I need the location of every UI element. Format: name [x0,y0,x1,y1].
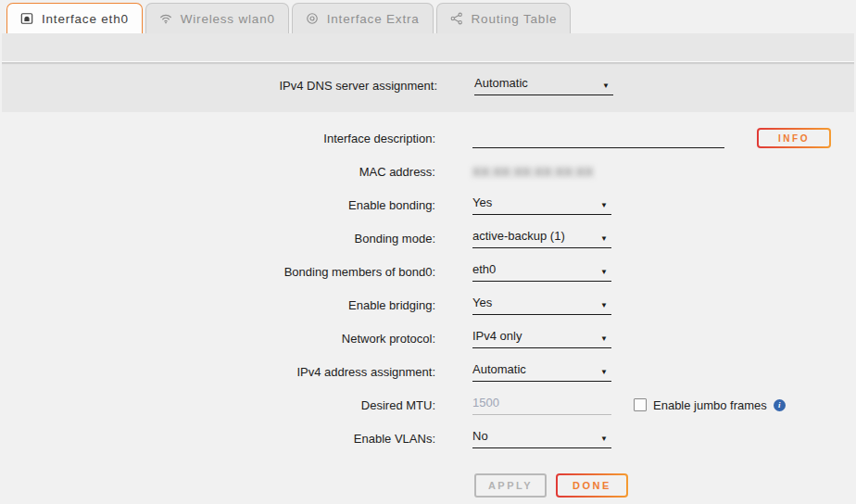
top-gray-band [2,33,854,61]
select-value: Automatic [474,76,528,90]
chevron-down-icon: ▼ [600,202,611,209]
jumbo-info-icon[interactable]: i [774,399,786,411]
ethernet-port-icon [20,12,33,25]
dns-row: IPv4 DNS server assignment: Automatic ▼ [2,69,854,102]
select-value: active-backup (1) [472,229,565,243]
interface-form: Interface description: INFO MAC address:… [0,121,856,498]
dns-assignment-select[interactable]: Automatic ▼ [474,76,613,95]
description-label: Interface description: [0,132,435,145]
tab-routing-table[interactable]: Routing Table [436,3,572,33]
mtu-label: Desired MTU: [0,398,435,412]
tab-label: Interface eth0 [42,12,129,26]
tab-interface-extra[interactable]: Interface Extra [292,3,434,33]
dns-assignment-label: IPv4 DNS server assignment: [2,79,437,93]
select-value: No [472,429,488,443]
chevron-down-icon: ▼ [600,335,611,343]
enable-bridging-select[interactable]: Yes ▼ [472,296,611,315]
select-value: IPv4 only [472,329,522,343]
jumbo-frames-label: Enable jumbo frames [653,398,767,412]
done-button[interactable]: DONE [556,473,628,498]
info-button[interactable]: INFO [757,128,831,148]
apply-button[interactable]: APPLY [474,473,547,498]
dns-section: IPv4 DNS server assignment: Automatic ▼ [2,65,854,112]
bonding-members-select[interactable]: eth0 ▼ [472,262,611,282]
jumbo-frames-group: Enable jumbo frames i [634,398,786,412]
mtu-input[interactable] [472,396,611,415]
mac-label: MAC address: [0,165,435,179]
description-row: Interface description: INFO [0,121,856,155]
mac-row: MAC address: XX:XX:XX:XX:XX:XX [0,155,856,188]
tab-wireless-wlan0[interactable]: Wireless wlan0 [145,3,289,33]
bonding-mode-select[interactable]: active-backup (1) ▼ [472,229,611,248]
bonding-label: Enable bonding: [0,198,435,212]
select-value: Yes [472,195,492,209]
chevron-down-icon: ▼ [600,269,611,276]
tab-bar: Interface eth0 Wireless wlan0 Interface … [0,0,856,33]
select-value: Yes [472,296,492,309]
ipv4-assignment-select[interactable]: Automatic ▼ [472,362,611,382]
bonding-mode-label: Bonding mode: [0,232,435,246]
description-input[interactable] [472,129,724,148]
chevron-down-icon: ▼ [600,435,611,443]
chevron-down-icon: ▼ [602,82,613,90]
share-nodes-icon [450,12,463,25]
select-value: Automatic [472,362,526,376]
ipv4-assignment-label: IPv4 address assignment: [0,365,435,379]
chevron-down-icon: ▼ [600,302,611,309]
ipv4-assignment-row: IPv4 address assignment: Automatic ▼ [0,355,856,388]
done-button-label: DONE [558,475,626,496]
tab-label: Interface Extra [327,12,420,26]
bonding-members-label: Bonding members of bond0: [0,265,435,279]
info-button-label: INFO [759,130,829,146]
vlans-label: Enable VLANs: [0,432,435,446]
chevron-down-icon: ▼ [600,369,611,376]
bridging-label: Enable bridging: [0,298,435,312]
mac-value-redacted: XX:XX:XX:XX:XX:XX [472,165,594,179]
tab-label: Wireless wlan0 [181,12,275,26]
network-protocol-select[interactable]: IPv4 only ▼ [472,329,611,348]
tab-interface-eth0[interactable]: Interface eth0 [6,3,143,33]
disc-icon [306,12,319,25]
bridging-row: Enable bridging: Yes ▼ [0,288,856,321]
select-value: eth0 [472,262,496,276]
bonding-row: Enable bonding: Yes ▼ [0,188,856,221]
bonding-mode-row: Bonding mode: active-backup (1) ▼ [0,221,856,255]
vlans-row: Enable VLANs: No ▼ [0,422,856,455]
network-protocol-label: Network protocol: [0,332,435,346]
network-protocol-row: Network protocol: IPv4 only ▼ [0,321,856,355]
mtu-row: Desired MTU: Enable jumbo frames i [0,388,856,422]
chevron-down-icon: ▼ [600,235,611,243]
jumbo-frames-checkbox[interactable] [634,398,647,411]
action-buttons: APPLY DONE [474,473,856,498]
tab-label: Routing Table [472,12,558,26]
enable-bonding-select[interactable]: Yes ▼ [472,195,611,215]
wifi-icon [159,12,172,25]
enable-vlans-select[interactable]: No ▼ [472,429,611,448]
bonding-members-row: Bonding members of bond0: eth0 ▼ [0,255,856,288]
